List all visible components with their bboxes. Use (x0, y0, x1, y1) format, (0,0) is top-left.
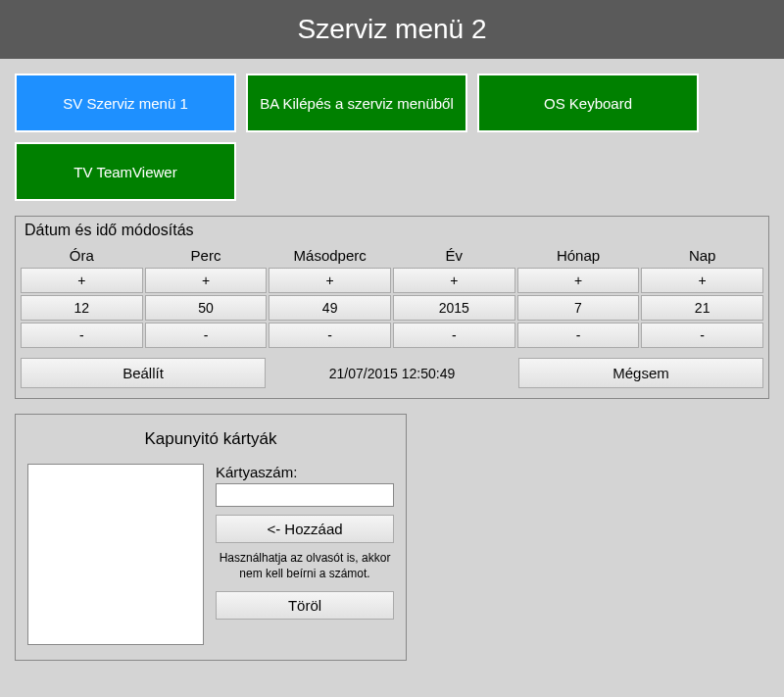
hour-value: 12 (21, 295, 143, 321)
second-minus-button[interactable]: - (269, 323, 391, 348)
col-day: Nap (641, 245, 763, 266)
minute-value: 50 (145, 295, 268, 321)
day-minus-button[interactable]: - (641, 323, 763, 348)
hour-minus-button[interactable]: - (21, 323, 143, 348)
hour-plus-button[interactable]: + (21, 268, 143, 293)
day-plus-button[interactable]: + (641, 268, 763, 293)
service-menu-1-button[interactable]: SV Szerviz menü 1 (15, 74, 236, 132)
card-listbox[interactable] (27, 464, 204, 645)
year-minus-button[interactable]: - (393, 323, 515, 348)
minute-plus-button[interactable]: + (145, 268, 268, 293)
teamviewer-button[interactable]: TV TeamViewer (15, 142, 236, 201)
month-plus-button[interactable]: + (517, 268, 640, 293)
second-plus-button[interactable]: + (269, 268, 391, 293)
col-year: Év (393, 245, 515, 266)
second-value: 49 (269, 295, 391, 321)
month-value: 7 (517, 295, 640, 321)
year-plus-button[interactable]: + (393, 268, 515, 293)
cards-panel: Kapunyitó kártyák Kártyaszám: <- Hozzáad… (15, 414, 407, 661)
main-button-row: SV Szerviz menü 1 BA Kilépés a szerviz m… (15, 74, 769, 201)
year-value: 2015 (393, 295, 515, 321)
cards-panel-title: Kapunyitó kártyák (27, 429, 394, 449)
page-title: Szerviz menü 2 (0, 0, 784, 59)
current-timestamp: 21/07/2015 12:50:49 (270, 366, 514, 381)
add-card-button[interactable]: <- Hozzáad (216, 515, 394, 543)
exit-service-menu-button[interactable]: BA Kilépés a szerviz menüből (246, 74, 467, 132)
minute-minus-button[interactable]: - (145, 323, 268, 348)
col-month: Hónap (517, 245, 640, 266)
datetime-panel-title: Dátum és idő módosítás (21, 220, 763, 241)
col-hour: Óra (21, 245, 143, 266)
os-keyboard-button[interactable]: OS Keyboard (477, 74, 699, 132)
cancel-button[interactable]: Mégsem (518, 358, 763, 388)
set-button[interactable]: Beállít (21, 358, 266, 388)
card-reader-hint: Használhatja az olvasót is, akkor nem ke… (216, 551, 394, 581)
card-number-label: Kártyaszám: (216, 464, 394, 480)
delete-card-button[interactable]: Töröl (216, 591, 394, 620)
col-second: Másodperc (269, 245, 391, 266)
datetime-panel: Dátum és idő módosítás Óra Perc Másodper… (15, 216, 769, 399)
card-number-input[interactable] (216, 483, 394, 507)
month-minus-button[interactable]: - (517, 323, 640, 348)
day-value: 21 (641, 295, 763, 321)
col-minute: Perc (145, 245, 268, 266)
